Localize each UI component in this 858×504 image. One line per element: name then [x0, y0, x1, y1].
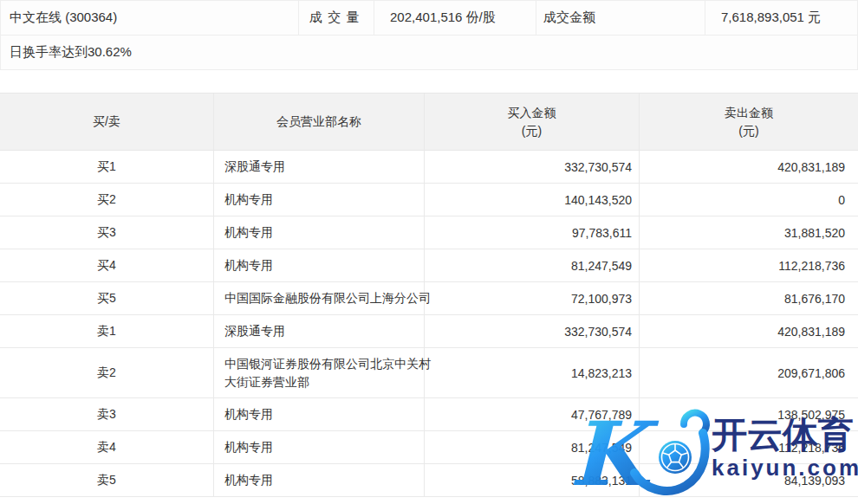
buy-amount: 332,730,574	[425, 151, 640, 183]
sell-amount: 420,831,189	[640, 151, 858, 183]
volume-label: 成 交 量	[298, 1, 374, 35]
table-row: 卖2 中国银河证券股份有限公司北京中关村 大街证券营业部 14,823,213 …	[0, 348, 858, 398]
buy-amount: 47,767,789	[425, 398, 640, 430]
buy-amount: 81,247,549	[425, 249, 640, 281]
table-row: 卖4 机构专用 81,247,549 112,218,736	[0, 431, 858, 464]
summary-row-main: 中文在线 (300364) 成 交 量 202,401,516 份/股 成交金额…	[1, 1, 857, 36]
buy-amount: 14,823,213	[425, 348, 640, 397]
table-row: 卖5 机构专用 58,883,131 84,139,093	[0, 464, 858, 497]
sell-amount: 112,218,736	[640, 431, 858, 463]
buy-amount: 332,730,574	[425, 315, 640, 347]
table-row: 买3 机构专用 97,783,611 31,881,520	[0, 216, 858, 249]
buy-amount: 72,100,973	[425, 282, 640, 314]
side-label: 卖2	[0, 348, 214, 397]
sell-amount: 112,218,736	[640, 249, 858, 281]
branch-name: 深股通专用	[214, 315, 425, 347]
branch-name: 机构专用	[214, 216, 425, 249]
branch-name: 深股通专用	[214, 151, 425, 183]
side-label: 买3	[0, 216, 214, 249]
table-row: 买1 深股通专用 332,730,574 420,831,189	[0, 151, 858, 184]
sell-amount: 209,671,806	[640, 348, 858, 397]
sell-amount: 420,831,189	[640, 315, 858, 347]
buy-amount: 97,783,611	[425, 216, 640, 249]
branch-name: 中国银河证券股份有限公司北京中关村 大街证券营业部	[214, 348, 425, 397]
table-row: 买5 中国国际金融股份有限公司上海分公司 72,100,973 81,676,1…	[0, 282, 858, 315]
branch-name: 中国国际金融股份有限公司上海分公司	[214, 282, 425, 314]
side-label: 卖5	[0, 464, 214, 496]
side-label: 卖1	[0, 315, 214, 347]
branch-name: 机构专用	[214, 398, 425, 430]
sell-amount: 0	[640, 184, 858, 216]
sell-amount: 138,502,975	[640, 398, 858, 430]
volume-value: 202,401,516 份/股	[374, 1, 536, 35]
table-header-row: 买/卖 会员营业部名称 买入金额 (元) 卖出金额 (元)	[0, 94, 858, 151]
spacer	[0, 70, 858, 93]
branch-name: 机构专用	[214, 184, 425, 216]
branch-name: 机构专用	[214, 249, 425, 281]
broker-seats-table: 买/卖 会员营业部名称 买入金额 (元) 卖出金额 (元) 买1 深股通专用 3…	[0, 93, 858, 497]
col-header-buy: 买入金额 (元)	[425, 94, 640, 150]
branch-name: 机构专用	[214, 464, 425, 496]
col-header-side: 买/卖	[0, 94, 214, 150]
table-row: 卖3 机构专用 47,767,789 138,502,975	[0, 398, 858, 431]
table-row: 买2 机构专用 140,143,520 0	[0, 184, 858, 216]
turnover-amount-value: 7,618,893,051 元	[705, 1, 857, 35]
col-header-branch: 会员营业部名称	[214, 94, 425, 150]
buy-amount: 81,247,549	[425, 431, 640, 463]
branch-name: 机构专用	[214, 431, 425, 463]
buy-amount: 140,143,520	[425, 184, 640, 216]
sell-amount: 84,139,093	[640, 464, 858, 496]
summary-bar: 中文在线 (300364) 成 交 量 202,401,516 份/股 成交金额…	[0, 0, 858, 70]
stock-name: 中文在线 (300364)	[1, 1, 298, 35]
sell-amount: 31,881,520	[640, 216, 858, 249]
side-label: 买4	[0, 249, 214, 281]
side-label: 买2	[0, 184, 214, 216]
side-label: 买5	[0, 282, 214, 314]
col-header-sell: 卖出金额 (元)	[640, 94, 858, 150]
buy-amount: 58,883,131	[425, 464, 640, 496]
table-row: 买4 机构专用 81,247,549 112,218,736	[0, 249, 858, 282]
side-label: 买1	[0, 151, 214, 183]
table-row: 卖1 深股通专用 332,730,574 420,831,189	[0, 315, 858, 348]
turnover-rate-note: 日换手率达到30.62%	[1, 36, 857, 69]
turnover-amount-label: 成交金额	[536, 1, 705, 35]
side-label: 卖4	[0, 431, 214, 463]
side-label: 卖3	[0, 398, 214, 430]
sell-amount: 81,676,170	[640, 282, 858, 314]
